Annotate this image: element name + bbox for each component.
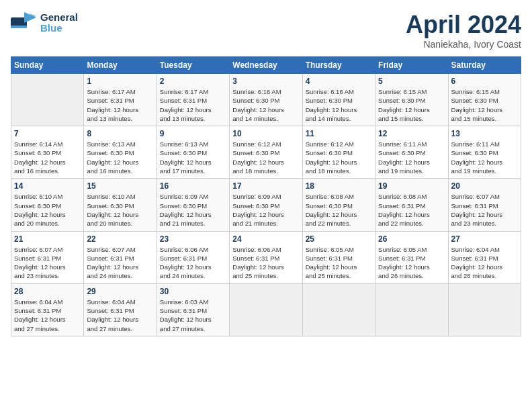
day-number: 4	[306, 77, 372, 86]
day-number: 26	[378, 234, 445, 244]
calendar-cell: 19Sunrise: 6:08 AM Sunset: 6:31 PM Dayli…	[375, 179, 448, 231]
calendar-cell: 7Sunrise: 6:14 AM Sunset: 6:30 PM Daylig…	[11, 126, 84, 179]
day-number: 27	[451, 234, 518, 244]
calendar-cell: 1Sunrise: 6:17 AM Sunset: 6:31 PM Daylig…	[84, 74, 157, 126]
week-row-2: 7Sunrise: 6:14 AM Sunset: 6:30 PM Daylig…	[11, 126, 521, 179]
calendar-table: SundayMondayTuesdayWednesdayThursdayFrid…	[11, 56, 521, 336]
day-info: Sunrise: 6:07 AM Sunset: 6:31 PM Dayligh…	[451, 192, 518, 228]
weekday-header-saturday: Saturday	[448, 57, 521, 74]
calendar-cell: 28Sunrise: 6:04 AM Sunset: 6:31 PM Dayli…	[11, 283, 84, 336]
day-info: Sunrise: 6:04 AM Sunset: 6:31 PM Dayligh…	[14, 298, 81, 333]
day-number: 19	[378, 181, 445, 191]
weekday-header-monday: Monday	[84, 57, 157, 74]
logo: General Blue	[11, 11, 78, 35]
calendar-cell: 22Sunrise: 6:07 AM Sunset: 6:31 PM Dayli…	[84, 231, 157, 283]
day-info: Sunrise: 6:07 AM Sunset: 6:31 PM Dayligh…	[14, 245, 81, 281]
day-number: 22	[87, 234, 153, 244]
day-info: Sunrise: 6:07 AM Sunset: 6:31 PM Dayligh…	[87, 245, 153, 281]
calendar-cell: 9Sunrise: 6:13 AM Sunset: 6:30 PM Daylig…	[157, 126, 229, 179]
day-number: 28	[14, 287, 81, 296]
calendar-cell	[11, 74, 84, 126]
calendar-cell	[230, 283, 302, 336]
day-info: Sunrise: 6:11 AM Sunset: 6:30 PM Dayligh…	[378, 140, 445, 175]
day-info: Sunrise: 6:10 AM Sunset: 6:30 PM Dayligh…	[87, 192, 153, 228]
day-info: Sunrise: 6:04 AM Sunset: 6:31 PM Dayligh…	[87, 298, 153, 333]
day-info: Sunrise: 6:15 AM Sunset: 6:30 PM Dayligh…	[378, 87, 445, 123]
svg-marker-2	[24, 12, 36, 23]
day-number: 15	[87, 181, 153, 191]
svg-rect-1	[11, 26, 27, 28]
title-area: April 2024 Naniekaha, Ivory Coast	[406, 11, 521, 50]
weekday-header-friday: Friday	[375, 57, 448, 74]
calendar-cell: 20Sunrise: 6:07 AM Sunset: 6:31 PM Dayli…	[448, 179, 521, 231]
day-number: 1	[87, 77, 153, 86]
calendar-cell	[448, 283, 521, 336]
calendar-cell: 15Sunrise: 6:10 AM Sunset: 6:30 PM Dayli…	[84, 179, 157, 231]
calendar-cell: 23Sunrise: 6:06 AM Sunset: 6:31 PM Dayli…	[157, 231, 229, 283]
location: Naniekaha, Ivory Coast	[406, 39, 521, 50]
calendar-cell: 14Sunrise: 6:10 AM Sunset: 6:30 PM Dayli…	[11, 179, 84, 231]
day-number: 11	[306, 129, 372, 138]
day-info: Sunrise: 6:10 AM Sunset: 6:30 PM Dayligh…	[14, 192, 81, 228]
day-number: 7	[14, 129, 81, 138]
calendar-cell: 8Sunrise: 6:13 AM Sunset: 6:30 PM Daylig…	[84, 126, 157, 179]
day-number: 30	[160, 287, 226, 296]
calendar-cell: 16Sunrise: 6:09 AM Sunset: 6:30 PM Dayli…	[157, 179, 229, 231]
day-info: Sunrise: 6:13 AM Sunset: 6:30 PM Dayligh…	[160, 140, 226, 175]
day-number: 6	[451, 77, 518, 86]
day-info: Sunrise: 6:05 AM Sunset: 6:31 PM Dayligh…	[378, 245, 445, 281]
calendar-cell: 17Sunrise: 6:09 AM Sunset: 6:30 PM Dayli…	[230, 179, 302, 231]
day-number: 5	[378, 77, 445, 86]
day-number: 3	[232, 77, 299, 86]
day-info: Sunrise: 6:05 AM Sunset: 6:31 PM Dayligh…	[306, 245, 372, 281]
logo-general: General	[40, 12, 78, 24]
header: General Blue April 2024 Naniekaha, Ivory…	[11, 11, 521, 50]
calendar-cell	[375, 283, 448, 336]
week-row-4: 21Sunrise: 6:07 AM Sunset: 6:31 PM Dayli…	[11, 231, 521, 283]
calendar-cell: 12Sunrise: 6:11 AM Sunset: 6:30 PM Dayli…	[375, 126, 448, 179]
calendar-cell: 24Sunrise: 6:06 AM Sunset: 6:31 PM Dayli…	[230, 231, 302, 283]
calendar-cell: 30Sunrise: 6:03 AM Sunset: 6:31 PM Dayli…	[157, 283, 229, 336]
day-number: 18	[306, 181, 372, 191]
calendar-cell: 21Sunrise: 6:07 AM Sunset: 6:31 PM Dayli…	[11, 231, 84, 283]
day-info: Sunrise: 6:17 AM Sunset: 6:31 PM Dayligh…	[160, 87, 226, 123]
calendar-cell	[302, 283, 375, 336]
day-info: Sunrise: 6:15 AM Sunset: 6:30 PM Dayligh…	[451, 87, 518, 123]
day-number: 24	[232, 234, 299, 244]
calendar-cell: 13Sunrise: 6:11 AM Sunset: 6:30 PM Dayli…	[448, 126, 521, 179]
day-info: Sunrise: 6:14 AM Sunset: 6:30 PM Dayligh…	[14, 140, 81, 175]
day-info: Sunrise: 6:16 AM Sunset: 6:30 PM Dayligh…	[306, 87, 372, 123]
day-number: 12	[378, 129, 445, 138]
day-number: 23	[160, 234, 226, 244]
day-number: 2	[160, 77, 226, 86]
weekday-header-row: SundayMondayTuesdayWednesdayThursdayFrid…	[11, 57, 521, 74]
day-info: Sunrise: 6:08 AM Sunset: 6:30 PM Dayligh…	[306, 192, 372, 228]
day-number: 8	[87, 129, 153, 138]
calendar-cell: 4Sunrise: 6:16 AM Sunset: 6:30 PM Daylig…	[302, 74, 375, 126]
calendar-cell: 10Sunrise: 6:12 AM Sunset: 6:30 PM Dayli…	[230, 126, 302, 179]
calendar-cell: 18Sunrise: 6:08 AM Sunset: 6:30 PM Dayli…	[302, 179, 375, 231]
calendar-cell: 5Sunrise: 6:15 AM Sunset: 6:30 PM Daylig…	[375, 74, 448, 126]
calendar-cell: 6Sunrise: 6:15 AM Sunset: 6:30 PM Daylig…	[448, 74, 521, 126]
day-number: 25	[306, 234, 372, 244]
month-title: April 2024	[406, 11, 521, 39]
day-info: Sunrise: 6:16 AM Sunset: 6:30 PM Dayligh…	[232, 87, 299, 123]
week-row-1: 1Sunrise: 6:17 AM Sunset: 6:31 PM Daylig…	[11, 74, 521, 126]
day-info: Sunrise: 6:08 AM Sunset: 6:31 PM Dayligh…	[378, 192, 445, 228]
day-info: Sunrise: 6:06 AM Sunset: 6:31 PM Dayligh…	[160, 245, 226, 281]
day-info: Sunrise: 6:11 AM Sunset: 6:30 PM Dayligh…	[451, 140, 518, 175]
day-number: 10	[232, 129, 299, 138]
calendar-cell: 3Sunrise: 6:16 AM Sunset: 6:30 PM Daylig…	[230, 74, 302, 126]
weekday-header-thursday: Thursday	[302, 57, 375, 74]
day-number: 16	[160, 181, 226, 191]
week-row-3: 14Sunrise: 6:10 AM Sunset: 6:30 PM Dayli…	[11, 179, 521, 231]
day-number: 14	[14, 181, 81, 191]
logo-blue: Blue	[40, 23, 78, 34]
day-number: 29	[87, 287, 153, 296]
calendar-cell: 2Sunrise: 6:17 AM Sunset: 6:31 PM Daylig…	[157, 74, 229, 126]
day-info: Sunrise: 6:13 AM Sunset: 6:30 PM Dayligh…	[87, 140, 153, 175]
day-info: Sunrise: 6:04 AM Sunset: 6:31 PM Dayligh…	[451, 245, 518, 281]
calendar-cell: 11Sunrise: 6:12 AM Sunset: 6:30 PM Dayli…	[302, 126, 375, 179]
week-row-5: 28Sunrise: 6:04 AM Sunset: 6:31 PM Dayli…	[11, 283, 521, 336]
day-info: Sunrise: 6:03 AM Sunset: 6:31 PM Dayligh…	[160, 298, 226, 333]
